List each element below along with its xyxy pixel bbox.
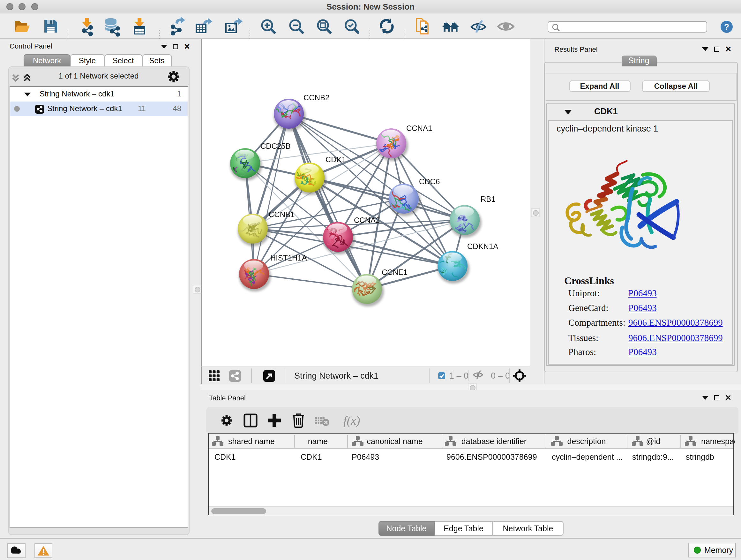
svg-text:f(x): f(x) [343,414,360,428]
svg-text:1 – 0: 1 – 0 [449,371,468,380]
svg-text:description: description [567,437,606,446]
svg-text:canonical name: canonical name [367,437,422,446]
svg-text:@id: @id [646,437,661,446]
svg-text:name: name [308,437,328,446]
svg-text:CDC25B: CDC25B [260,141,291,150]
svg-text:?: ? [724,22,729,32]
svg-text:RB1: RB1 [481,194,495,203]
svg-text:HIST1H1A: HIST1H1A [270,253,307,262]
svg-text:CCNE1: CCNE1 [382,267,408,276]
svg-text:CCNB1: CCNB1 [269,210,294,219]
svg-text:String Network – cdk1: String Network – cdk1 [294,371,379,380]
svg-text:CDK1: CDK1 [326,155,346,164]
svg-text:CDKN1A: CDKN1A [467,242,498,250]
svg-text:namespac: namespac [701,437,735,446]
svg-text:0 – 0: 0 – 0 [491,371,510,380]
svg-text:CCNB2: CCNB2 [304,93,329,102]
svg-text:database identifier: database identifier [461,437,527,446]
svg-text:CDC6: CDC6 [419,177,440,186]
svg-text:shared name: shared name [228,437,275,446]
svg-text:CCNA2: CCNA2 [354,215,380,224]
svg-text:CCNA1: CCNA1 [406,124,432,132]
